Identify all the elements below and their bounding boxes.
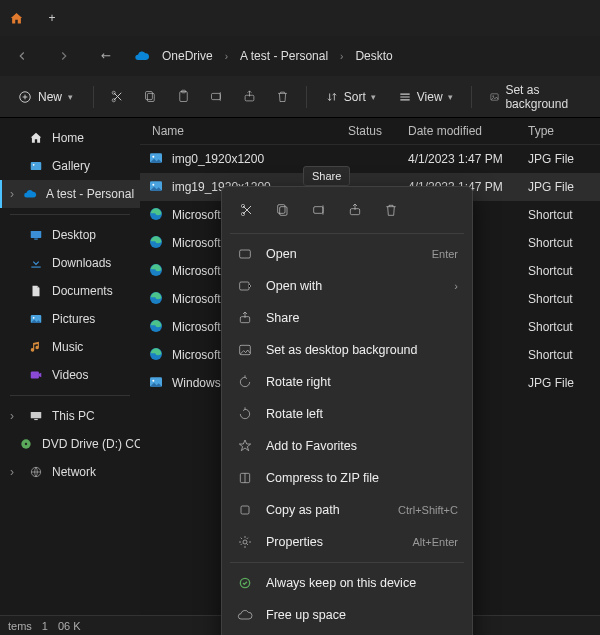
forward-button[interactable] (50, 42, 78, 70)
col-date[interactable]: Date modified (408, 124, 528, 138)
star-icon (236, 437, 254, 455)
breadcrumb-desktop[interactable]: Deskto (349, 45, 398, 67)
ctx-copy-path[interactable]: Copy as pathCtrl+Shift+C (222, 494, 472, 526)
desktop-icon (28, 227, 44, 243)
svg-rect-14 (34, 239, 38, 240)
col-status[interactable]: Status (348, 124, 408, 138)
music-icon (28, 339, 44, 355)
ctx-share[interactable]: Share (222, 302, 472, 334)
svg-point-22 (25, 443, 27, 445)
file-icon (148, 262, 166, 280)
breadcrumb-atest[interactable]: A test - Personal (234, 45, 334, 67)
sidebar-item-music[interactable]: Music (0, 333, 140, 361)
command-bar: New ▾ Sort ▾ View ▾ Set as background (0, 76, 600, 118)
new-tab-button[interactable]: + (38, 4, 66, 32)
rotate-left-icon (236, 405, 254, 423)
column-headers[interactable]: Name Status Date modified Type (140, 118, 600, 145)
file-type: JPG File (528, 180, 592, 194)
sidebar-item-network[interactable]: Network (0, 458, 140, 486)
sync-icon (236, 574, 254, 592)
set-background-label: Set as background (505, 83, 584, 111)
navigation-pane: Home Gallery A test - Personal Desktop D… (0, 118, 140, 615)
copy-button[interactable] (137, 82, 164, 112)
delete-button[interactable] (269, 82, 296, 112)
sidebar-item-desktop[interactable]: Desktop (0, 221, 140, 249)
svg-point-25 (152, 156, 154, 158)
new-button[interactable]: New ▾ (8, 86, 83, 108)
home-tab-icon[interactable] (6, 8, 26, 28)
sidebar-item-thispc[interactable]: This PC (0, 402, 140, 430)
file-icon (148, 178, 166, 196)
svg-rect-11 (31, 162, 42, 170)
sidebar-item-pictures[interactable]: Pictures (0, 305, 140, 333)
ctx-onedrive[interactable]: OneDrive› (222, 631, 472, 635)
sidebar-item-home[interactable]: Home (0, 124, 140, 152)
navigation-bar: ↖ OneDrive › A test - Personal › Deskto (0, 36, 600, 76)
svg-rect-38 (280, 207, 287, 216)
ctx-compress[interactable]: Compress to ZIP file (222, 462, 472, 494)
gallery-icon (28, 158, 44, 174)
view-button[interactable]: View ▾ (390, 86, 461, 108)
sidebar-item-documents[interactable]: Documents (0, 277, 140, 305)
back-button[interactable] (8, 42, 36, 70)
sidebar-item-videos[interactable]: Videos (0, 361, 140, 389)
ctx-open-with[interactable]: Open with› (222, 270, 472, 302)
status-size: 06 K (58, 620, 81, 632)
file-row[interactable]: img0_1920x12004/1/2023 1:47 PMJPG File (140, 145, 600, 173)
breadcrumb-onedrive[interactable]: OneDrive (156, 45, 219, 67)
open-icon (236, 245, 254, 263)
ctx-properties[interactable]: PropertiesAlt+Enter (222, 526, 472, 558)
cloud-icon (22, 186, 38, 202)
ctx-copy-button[interactable] (266, 195, 300, 225)
pc-icon (28, 408, 44, 424)
ctx-delete-button[interactable] (374, 195, 408, 225)
file-type: Shortcut (528, 208, 592, 222)
sidebar-item-downloads[interactable]: Downloads (0, 249, 140, 277)
file-type: JPG File (528, 152, 592, 166)
share-icon (236, 309, 254, 327)
ctx-favorites[interactable]: Add to Favorites (222, 430, 472, 462)
ctx-set-bg[interactable]: Set as desktop background (222, 334, 472, 366)
chevron-down-icon: ▾ (371, 92, 376, 102)
share-tooltip: Share (303, 166, 350, 186)
chevron-right-icon: › (225, 51, 228, 62)
cut-button[interactable] (104, 82, 131, 112)
sidebar-item-gallery[interactable]: Gallery (0, 152, 140, 180)
file-icon (148, 290, 166, 308)
svg-rect-39 (278, 205, 285, 214)
col-type[interactable]: Type (528, 124, 592, 138)
svg-rect-40 (314, 207, 323, 214)
picture-icon (489, 90, 500, 104)
file-type: Shortcut (528, 264, 592, 278)
svg-rect-18 (31, 372, 39, 379)
file-type: Shortcut (528, 320, 592, 334)
rename-button[interactable] (203, 82, 230, 112)
network-icon (28, 464, 44, 480)
sidebar-item-atest[interactable]: A test - Personal (0, 180, 140, 208)
ctx-rotate-left[interactable]: Rotate left (222, 398, 472, 430)
ctx-rotate-right[interactable]: Rotate right (222, 366, 472, 398)
ctx-open[interactable]: OpenEnter (222, 238, 472, 270)
up-button[interactable]: ↖ (86, 36, 126, 76)
file-date: 4/1/2023 1:47 PM (408, 152, 528, 166)
file-type: Shortcut (528, 236, 592, 250)
sidebar-item-dvd[interactable]: DVD Drive (D:) CCC (0, 430, 140, 458)
share-button[interactable] (236, 82, 263, 112)
col-name[interactable]: Name (148, 124, 348, 138)
ctx-share-button[interactable] (338, 195, 372, 225)
file-type: Shortcut (528, 348, 592, 362)
svg-rect-7 (211, 93, 220, 99)
set-background-button[interactable]: Set as background (481, 79, 592, 115)
status-items: tems (8, 620, 32, 632)
file-icon (148, 234, 166, 252)
onedrive-icon (134, 48, 150, 64)
ctx-cut-button[interactable] (230, 195, 264, 225)
ctx-free-space[interactable]: Free up space (222, 599, 472, 631)
sort-button[interactable]: Sort ▾ (317, 86, 384, 108)
ctx-keep-device[interactable]: Always keep on this device (222, 567, 472, 599)
chevron-down-icon: ▾ (68, 92, 73, 102)
svg-rect-20 (34, 419, 38, 420)
ctx-rename-button[interactable] (302, 195, 336, 225)
paste-button[interactable] (170, 82, 197, 112)
zip-icon (236, 469, 254, 487)
